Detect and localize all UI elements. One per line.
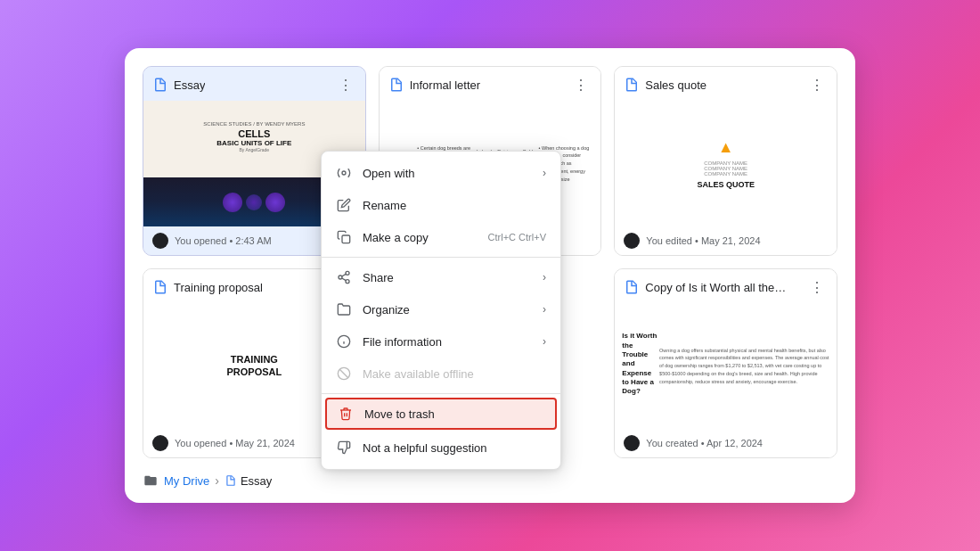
breadcrumb-my-drive[interactable]: My Drive <box>164 474 209 488</box>
menu-file-info-label: File information <box>363 335 442 349</box>
menu-share-label: Share <box>363 271 394 284</box>
menu-item-file-info[interactable]: File information › <box>322 325 560 358</box>
menu-item-not-helpful[interactable]: Not a helpful suggestion <box>322 432 560 464</box>
card-informal-title-row: Informal letter <box>388 77 480 93</box>
make-copy-shortcut: Ctrl+C Ctrl+V <box>488 232 546 243</box>
svg-point-2 <box>346 271 349 275</box>
card-sales-more-button[interactable]: ⋮ <box>806 74 828 95</box>
doc-icon-sales <box>624 77 640 93</box>
card-sales-title-row: Sales quote <box>624 77 706 93</box>
sales-warning-icon: ▲ <box>718 138 734 157</box>
card-sales-quote[interactable]: Sales quote ⋮ ▲ COMPANY NAMECOMPANY NAME… <box>614 66 837 256</box>
organize-arrow: › <box>543 303 546 316</box>
svg-line-6 <box>342 274 347 276</box>
svg-line-11 <box>339 369 347 377</box>
card-dog-timestamp: You created • Apr 12, 2024 <box>646 438 763 448</box>
menu-rename-label: Rename <box>363 199 406 212</box>
svg-line-5 <box>342 278 347 281</box>
svg-point-3 <box>339 276 342 279</box>
share-arrow: › <box>543 271 546 284</box>
dog-preview-body: Owning a dog offers substantial physical… <box>659 347 829 386</box>
context-menu: Open with › Rename Make a copy Ctrl+C Ct… <box>321 151 561 470</box>
card-dog-preview: Is it Worth the Trouble and Expense to H… <box>615 303 837 429</box>
card-informal-header: Informal letter ⋮ <box>380 67 601 101</box>
menu-item-offline: Make available offline <box>322 358 560 390</box>
doc-icon-informal <box>388 77 404 93</box>
breadcrumb-current-label: Essay <box>241 474 272 488</box>
card-essay-timestamp: You opened • 2:43 AM <box>175 235 272 246</box>
avatar-essay <box>152 233 168 249</box>
menu-open-with-label: Open with <box>363 167 415 180</box>
card-sales-footer: You edited • May 21, 2024 <box>615 226 837 255</box>
avatar-dog <box>624 435 640 451</box>
open-with-icon <box>336 165 352 181</box>
card-dog-header: Copy of Is it Worth all the Trouble... ⋮ <box>615 269 837 303</box>
sales-quote-heading: SALES QUOTE <box>697 180 755 189</box>
breadcrumb: My Drive › Essay <box>143 473 272 489</box>
svg-rect-1 <box>342 235 350 243</box>
breadcrumb-separator: › <box>215 473 219 488</box>
menu-item-rename[interactable]: Rename <box>322 189 560 221</box>
organize-icon <box>336 301 352 317</box>
menu-move-trash-label: Move to trash <box>364 407 435 421</box>
menu-offline-label: Make available offline <box>363 367 474 381</box>
dog-preview-title: Is it Worth the Trouble and Expense to H… <box>622 332 659 397</box>
card-essay-title: Essay <box>174 78 205 92</box>
menu-item-organize[interactable]: Organize › <box>322 293 560 325</box>
menu-make-copy-label: Make a copy <box>363 231 429 244</box>
avatar-training <box>152 435 168 451</box>
doc-icon-training <box>152 279 168 295</box>
card-informal-title: Informal letter <box>410 78 480 92</box>
menu-divider-1 <box>322 257 560 258</box>
svg-point-4 <box>346 280 349 284</box>
main-container: Essay ⋮ SCIENCE STUDIES / BY WENDY MYERS… <box>125 48 855 503</box>
card-dog-footer: You created • Apr 12, 2024 <box>615 429 837 457</box>
file-info-arrow: › <box>543 335 546 348</box>
my-drive-icon <box>143 473 159 489</box>
thumbdown-icon <box>336 440 352 456</box>
avatar-sales <box>624 233 640 249</box>
card-informal-more-button[interactable]: ⋮ <box>570 74 592 95</box>
menu-item-open-with[interactable]: Open with › <box>322 157 560 189</box>
menu-organize-label: Organize <box>363 303 410 317</box>
card-dog-more-button[interactable]: ⋮ <box>806 276 828 298</box>
doc-icon-dog <box>624 279 640 295</box>
card-sales-title: Sales quote <box>645 78 706 92</box>
doc-icon-essay <box>152 77 168 93</box>
menu-item-share[interactable]: Share › <box>322 261 560 293</box>
essay-preview-content: SCIENCE STUDIES / BY WENDY MYERS CELLS B… <box>203 121 305 206</box>
card-sales-timestamp: You edited • May 21, 2024 <box>646 235 760 246</box>
offline-icon <box>336 366 352 382</box>
trash-icon <box>338 406 354 422</box>
card-training-title-row: Training proposal <box>152 279 263 295</box>
card-sales-header: Sales quote ⋮ <box>615 67 837 101</box>
card-dog-title-row: Copy of Is it Worth all the Trouble... <box>624 279 788 295</box>
card-essay-more-button[interactable]: ⋮ <box>335 74 356 95</box>
card-dog-essay[interactable]: Copy of Is it Worth all the Trouble... ⋮… <box>614 268 837 458</box>
svg-point-0 <box>342 171 346 175</box>
card-training-title: Training proposal <box>174 281 263 294</box>
card-essay-header: Essay ⋮ <box>143 67 365 101</box>
rename-icon <box>336 197 352 213</box>
card-training-timestamp: You opened • May 21, 2024 <box>175 438 295 448</box>
open-with-arrow: › <box>543 167 546 179</box>
make-copy-icon <box>336 229 352 245</box>
file-info-icon <box>336 333 352 350</box>
card-dog-title: Copy of Is it Worth all the Trouble... <box>645 281 788 294</box>
menu-item-move-trash[interactable]: Move to trash <box>325 398 557 430</box>
breadcrumb-current: Essay <box>225 474 272 488</box>
menu-item-make-copy[interactable]: Make a copy Ctrl+C Ctrl+V <box>322 221 560 253</box>
menu-not-helpful-label: Not a helpful suggestion <box>363 441 486 455</box>
card-essay-title-row: Essay <box>152 77 205 93</box>
menu-divider-2 <box>322 393 560 394</box>
training-title-text: TRAININGPROPOSAL <box>226 354 282 377</box>
card-sales-preview: ▲ COMPANY NAMECOMPANY NAMECOMPANY NAME S… <box>615 101 837 226</box>
share-icon <box>336 269 352 285</box>
